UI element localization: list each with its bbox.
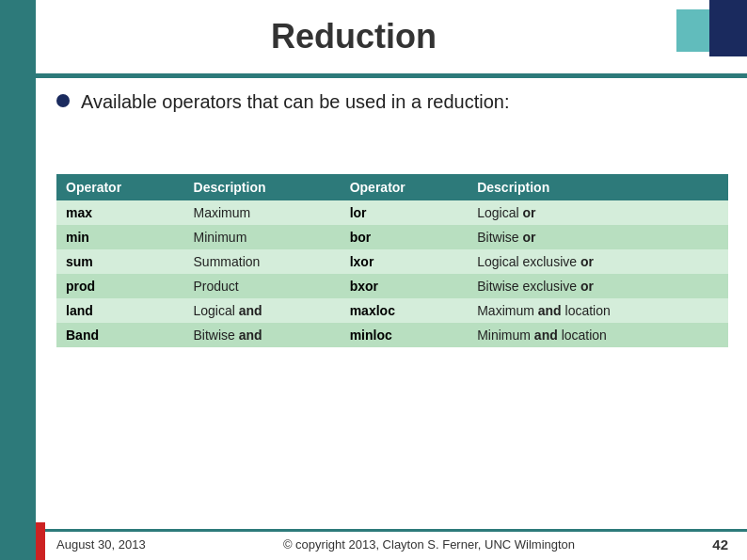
footer-copyright: © copyright 2013, Clayton S. Ferner, UNC…	[283, 537, 575, 552]
operator-col2: bxor	[341, 274, 469, 298]
table-header-row: Operator Description Operator Descriptio…	[56, 174, 728, 200]
operators-table: Operator Description Operator Descriptio…	[56, 174, 728, 347]
col-header-description1: Description	[184, 174, 341, 200]
bullet-text: Available operators that can be used in …	[81, 89, 510, 114]
description-col2: Maximum and location	[468, 298, 728, 323]
description-col1: Logical and	[184, 298, 341, 323]
title-underline	[36, 73, 747, 78]
bottom-bar	[36, 529, 747, 532]
operator-col1: land	[56, 298, 184, 323]
top-right-decoration	[681, 0, 747, 66]
description-col1: Product	[184, 274, 341, 298]
deco-dark-square	[709, 0, 747, 56]
operator-col2: lxor	[341, 249, 469, 274]
operator-col1: prod	[56, 274, 184, 298]
bullet-item: Available operators that can be used in …	[56, 89, 728, 114]
col-header-description2: Description	[468, 174, 728, 200]
table-row: BandBitwise andminlocMinimum and locatio…	[56, 323, 728, 347]
description-col2: Bitwise exclusive or	[468, 274, 728, 298]
description-col2: Logical exclusive or	[468, 249, 728, 274]
operator-col1: sum	[56, 249, 184, 274]
description-col1: Summation	[184, 249, 341, 274]
table-row: maxMaximumlorLogical or	[56, 200, 728, 225]
operators-table-container: Operator Description Operator Descriptio…	[56, 174, 728, 347]
footer: August 30, 2013 © copyright 2013, Clayto…	[56, 536, 728, 552]
operator-col1: max	[56, 200, 184, 225]
operator-col2: maxloc	[341, 298, 469, 323]
footer-page: 42	[712, 536, 728, 552]
table-row: landLogical andmaxlocMaximum and locatio…	[56, 298, 728, 323]
operator-col2: bor	[341, 225, 469, 249]
page-title: Reduction	[36, 17, 672, 56]
operator-col2: lor	[341, 200, 469, 225]
content-area: Available operators that can be used in …	[56, 89, 728, 127]
bottom-left-accent	[36, 522, 45, 560]
footer-date: August 30, 2013	[56, 537, 146, 552]
bullet-dot	[56, 94, 70, 107]
description-col2: Bitwise or	[468, 225, 728, 249]
operator-col2: minloc	[341, 323, 469, 347]
left-sidebar-bar	[0, 0, 36, 560]
operator-col1: min	[56, 225, 184, 249]
table-row: sumSummationlxorLogical exclusive or	[56, 249, 728, 274]
description-col2: Minimum and location	[468, 323, 728, 347]
col-header-operator1: Operator	[56, 174, 184, 200]
table-row: minMinimumborBitwise or	[56, 225, 728, 249]
operator-col1: Band	[56, 323, 184, 347]
col-header-operator2: Operator	[341, 174, 469, 200]
description-col1: Minimum	[184, 225, 341, 249]
description-col2: Logical or	[468, 200, 728, 225]
table-row: prodProductbxorBitwise exclusive or	[56, 274, 728, 298]
description-col1: Maximum	[184, 200, 341, 225]
description-col1: Bitwise and	[184, 323, 341, 347]
